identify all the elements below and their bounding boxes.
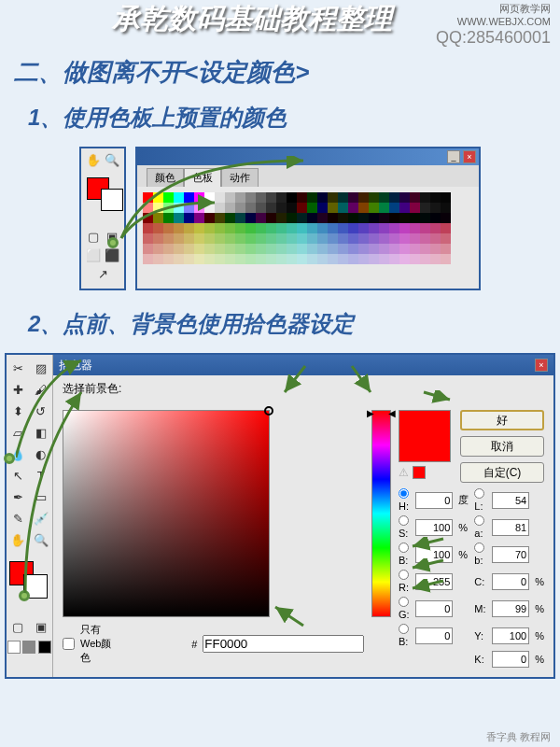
swatch-cell[interactable] — [225, 213, 235, 223]
swatch-cell[interactable] — [194, 213, 204, 223]
swatch-cell[interactable] — [297, 233, 307, 244]
swatch-cell[interactable] — [399, 244, 410, 254]
swatch-cell[interactable] — [297, 223, 307, 233]
swatch-cell[interactable] — [441, 223, 451, 233]
swatch-cell[interactable] — [410, 233, 420, 244]
swatch-cell[interactable] — [276, 213, 287, 223]
swatch-cell[interactable] — [420, 254, 430, 264]
swatch-cell[interactable] — [235, 244, 245, 254]
swatch-cell[interactable] — [143, 213, 153, 223]
swatch-cell[interactable] — [441, 192, 451, 203]
swatch-cell[interactable] — [225, 203, 235, 213]
swatch-cell[interactable] — [204, 244, 215, 254]
swatch-cell[interactable] — [348, 233, 358, 244]
swatch-cell[interactable] — [215, 223, 225, 233]
swatch-cell[interactable] — [204, 213, 215, 223]
eraser-icon[interactable]: ▱ — [8, 425, 27, 444]
m-input[interactable] — [492, 600, 529, 617]
b-hsb-radio[interactable] — [399, 543, 409, 553]
swatch-cell[interactable] — [328, 213, 338, 223]
swatch-cell[interactable] — [317, 213, 328, 223]
swatch-cell[interactable] — [307, 192, 317, 203]
shape-icon[interactable]: ▭ — [32, 489, 50, 508]
l-input[interactable] — [492, 492, 529, 509]
swatch-cell[interactable] — [225, 254, 235, 264]
h-radio[interactable] — [399, 488, 409, 499]
swatch-cell[interactable] — [256, 233, 266, 244]
swatch-cell[interactable] — [194, 203, 204, 213]
color-field[interactable] — [63, 410, 270, 617]
swatch-cell[interactable] — [389, 223, 399, 233]
swatch-cell[interactable] — [184, 244, 194, 254]
swatch-cell[interactable] — [399, 233, 410, 244]
s-radio[interactable] — [399, 515, 409, 526]
swatch-cell[interactable] — [317, 244, 328, 254]
swatch-cell[interactable] — [297, 203, 307, 213]
swatch-cell[interactable] — [441, 213, 451, 223]
swatch-cell[interactable] — [358, 203, 369, 213]
swatch-cell[interactable] — [410, 254, 420, 264]
stamp-icon[interactable]: ⬍ — [8, 403, 27, 422]
swatch-cell[interactable] — [245, 192, 256, 203]
swatch-cell[interactable] — [184, 192, 194, 203]
swatch-cell[interactable] — [266, 203, 276, 213]
swatch-cell[interactable] — [163, 233, 174, 244]
swatch-cell[interactable] — [153, 192, 163, 203]
swatch-cell[interactable] — [245, 244, 256, 254]
swatch-cell[interactable] — [338, 233, 348, 244]
swatch-cell[interactable] — [266, 233, 276, 244]
swatch-cell[interactable] — [215, 203, 225, 213]
swatch-cell[interactable] — [204, 223, 215, 233]
tab-color[interactable]: 颜色 — [147, 168, 184, 187]
swatch-cell[interactable] — [297, 213, 307, 223]
swatch-cell[interactable] — [348, 223, 358, 233]
hand-icon[interactable]: ✋ — [85, 153, 102, 170]
swatch-cell[interactable] — [245, 223, 256, 233]
swatch-cell[interactable] — [276, 254, 287, 264]
swatch-cell[interactable] — [430, 203, 441, 213]
swatch-cell[interactable] — [389, 203, 399, 213]
swatch-cell[interactable] — [379, 213, 389, 223]
swatch-cell[interactable] — [174, 233, 184, 244]
swatch-cell[interactable] — [174, 192, 184, 203]
swatch-cell[interactable] — [328, 244, 338, 254]
ok-button[interactable]: 好 — [460, 410, 544, 430]
swatch-cell[interactable] — [379, 192, 389, 203]
swatch-cell[interactable] — [287, 254, 297, 264]
swatch-cell[interactable] — [389, 213, 399, 223]
swatch-cell[interactable] — [430, 192, 441, 203]
s-input[interactable] — [415, 519, 453, 536]
swatch-cell[interactable] — [194, 254, 204, 264]
swatch-cell[interactable] — [235, 203, 245, 213]
swatch-cell[interactable] — [420, 213, 430, 223]
brush-icon[interactable]: 🖌 — [32, 382, 50, 401]
swatch-cell[interactable] — [153, 223, 163, 233]
y-input[interactable] — [492, 627, 529, 644]
swatch-cell[interactable] — [358, 244, 369, 254]
screen2-icon[interactable]: ⬛ — [104, 248, 120, 265]
swatch-cell[interactable] — [143, 192, 153, 203]
swatch-cell[interactable] — [369, 223, 379, 233]
swatch-cell[interactable] — [276, 223, 287, 233]
swatch-cell[interactable] — [143, 233, 153, 244]
swatch-cell[interactable] — [215, 192, 225, 203]
tab-swatches[interactable]: 色板 — [184, 168, 221, 187]
swatch-cell[interactable] — [287, 244, 297, 254]
crop-icon[interactable]: ✂ — [8, 360, 27, 379]
screen-full-icon[interactable] — [22, 641, 35, 654]
swatch-cell[interactable] — [410, 223, 420, 233]
swatch-cell[interactable] — [256, 203, 266, 213]
swatch-cell[interactable] — [184, 213, 194, 223]
swatch-cell[interactable] — [399, 203, 410, 213]
swatch-cell[interactable] — [441, 233, 451, 244]
swatch-cell[interactable] — [338, 192, 348, 203]
swatch-cell[interactable] — [276, 244, 287, 254]
swatch-cell[interactable] — [256, 244, 266, 254]
h-input[interactable] — [415, 492, 453, 509]
g-radio[interactable] — [399, 597, 409, 607]
quickmask-mode-icon[interactable]: ▣ — [32, 619, 50, 638]
swatch-cell[interactable] — [317, 203, 328, 213]
swatch-cell[interactable] — [348, 244, 358, 254]
swatch-cell[interactable] — [338, 203, 348, 213]
swatch-cell[interactable] — [256, 192, 266, 203]
